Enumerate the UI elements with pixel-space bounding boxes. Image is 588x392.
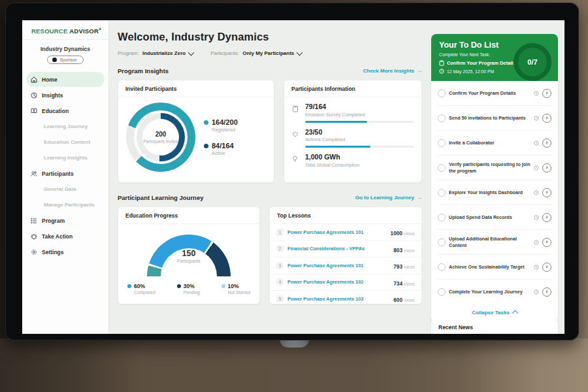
- donut-center-value: 200: [155, 131, 167, 138]
- sidebar-item-manage-participants[interactable]: Manage Participants: [26, 197, 105, 212]
- consumption-row: 1,000 GWh Total Global Consumption: [292, 154, 414, 168]
- task-checkbox[interactable]: [438, 139, 446, 147]
- chevron-right-icon[interactable]: ›: [542, 263, 551, 272]
- sidebar-item-label: General Data: [44, 186, 76, 192]
- lesson-row[interactable]: 4 Power Purchase Agreements 102 734views: [270, 274, 421, 291]
- sidebar-item-label: Learning Insights: [44, 155, 88, 161]
- sidebar-item-settings[interactable]: Settings: [26, 244, 105, 259]
- emission-survey-row: 79/164 Emission Survey Completed: [292, 103, 414, 123]
- task-checkbox[interactable]: [438, 263, 446, 271]
- sponsor-icon: [52, 57, 57, 62]
- learning-journey-title: Participant Learning Journey: [118, 194, 203, 201]
- task-label: Send 50 Invitations to Participants: [449, 115, 531, 121]
- legend-value: 30%: [184, 283, 200, 289]
- sidebar-item-take-action[interactable]: Take Action: [26, 229, 105, 244]
- task-label: Confirm Your Program Details: [449, 90, 531, 96]
- todo-task[interactable]: Send 50 Invitations to Participants ›: [438, 106, 551, 131]
- task-checkbox[interactable]: [438, 90, 446, 97]
- lesson-link[interactable]: Power Purchase Agreements 102: [287, 279, 389, 285]
- rank-badge: 5: [276, 295, 284, 302]
- sidebar-item-education-content[interactable]: Education Content: [26, 135, 105, 150]
- go-to-learning-journey-link[interactable]: Go to Learning Journey →: [355, 195, 422, 201]
- todo-task[interactable]: Invite a Collaborator ›: [438, 131, 551, 155]
- todo-task[interactable]: Confirm Your Program Details ›: [438, 81, 551, 106]
- card-title: Education Progress: [118, 207, 259, 224]
- logo-plus: +: [99, 27, 101, 31]
- legend-dot: [127, 284, 131, 288]
- lesson-link[interactable]: Power Purchase Agreements 103: [287, 296, 389, 302]
- sidebar-item-general-data[interactable]: General Data: [26, 182, 105, 197]
- metric-value: 23/50: [305, 129, 414, 137]
- clock-icon: [534, 165, 539, 171]
- lesson-row[interactable]: 5 Power Purchase Agreements 103 600views: [270, 291, 421, 307]
- task-checkbox[interactable]: [438, 189, 446, 197]
- todo-task[interactable]: Upload Additional Educational Content ›: [438, 230, 551, 255]
- legend-value: 164/200: [212, 118, 238, 126]
- todo-task[interactable]: Verify participants requesting to join t…: [438, 155, 551, 180]
- lesson-row[interactable]: 2 Financial Considerations - VPPAs 803vi…: [270, 241, 421, 258]
- todo-task[interactable]: Upload Spend Data Records ›: [438, 205, 551, 230]
- task-checkbox[interactable]: [438, 214, 446, 221]
- legend-not-started: 10% Not Started: [221, 283, 250, 295]
- participants-icon: [31, 171, 37, 177]
- chevron-right-icon[interactable]: ›: [542, 213, 551, 222]
- program-insights-title: Program Insights: [118, 67, 169, 74]
- todo-progress-value: 0/7: [527, 58, 537, 66]
- sidebar-item-insights[interactable]: Insights: [26, 88, 105, 103]
- rank-badge: 2: [276, 245, 284, 252]
- todo-progress-ring: 0/7: [514, 43, 551, 81]
- right-panel: Your To Do List Complete Your Next Task:…: [431, 20, 558, 334]
- sidebar-item-label: Home: [42, 76, 57, 83]
- task-checkbox[interactable]: [438, 114, 446, 122]
- arrow-right-icon: →: [417, 195, 422, 201]
- sidebar-item-home[interactable]: Home: [26, 72, 105, 87]
- views-count: 803: [393, 247, 402, 253]
- chevron-right-icon[interactable]: ›: [542, 188, 551, 197]
- clipboard-icon: [439, 60, 444, 66]
- lesson-row[interactable]: 3 Power Purchase Agreements 101 793views: [270, 257, 421, 274]
- top-lessons-card: Top Lessons 1 Power Purchase Agreements …: [269, 206, 422, 304]
- chevron-right-icon[interactable]: ›: [542, 163, 551, 172]
- recent-news-card: Recent News: [431, 318, 558, 334]
- sidebar-item-learning-journey[interactable]: Learning Journey: [26, 119, 105, 134]
- views-suffix: views: [404, 248, 415, 253]
- metric-label: Emission Survey Completed: [305, 112, 414, 118]
- lesson-row[interactable]: 1 Power Purchase Agreements 101 1000view…: [270, 224, 421, 241]
- views-count: 734: [393, 280, 402, 287]
- todo-task[interactable]: Explore Your Insights Dashboard ›: [438, 180, 551, 205]
- chevron-right-icon[interactable]: ›: [542, 139, 551, 148]
- rank-badge: 1: [276, 229, 284, 236]
- todo-next-task: Confirm Your Program Details: [447, 60, 515, 66]
- legend-value: 10%: [228, 283, 250, 289]
- chevron-right-icon[interactable]: ›: [542, 114, 551, 123]
- legend-value: 84/164: [212, 142, 234, 150]
- legend-label: Not Started: [228, 290, 250, 295]
- clock-icon: [439, 69, 444, 74]
- sidebar-item-program[interactable]: Program: [26, 213, 105, 228]
- clock-icon: [534, 215, 539, 220]
- sidebar-item-participants[interactable]: Participants: [26, 166, 105, 181]
- task-label: Explore Your Insights Dashboard: [449, 189, 531, 195]
- check-more-insights-link[interactable]: Check More Insights →: [363, 68, 422, 74]
- chevron-right-icon[interactable]: ›: [542, 89, 551, 98]
- chevron-right-icon[interactable]: ›: [542, 287, 551, 297]
- program-select[interactable]: Program: Industrialize Zero: [118, 50, 193, 56]
- legend-label: Registered: [212, 127, 238, 133]
- donut-legend: 164/200 Registered 84/164 Active: [204, 118, 238, 156]
- lesson-link[interactable]: Power Purchase Agreements 101: [287, 229, 387, 235]
- chevron-right-icon[interactable]: ›: [542, 238, 551, 247]
- todo-task[interactable]: Complete Your Learning Journey ›: [438, 280, 551, 304]
- task-checkbox[interactable]: [438, 288, 446, 296]
- lesson-link[interactable]: Financial Considerations - VPPAs: [287, 246, 389, 252]
- gauge-center-label: Participants: [147, 259, 231, 263]
- sidebar-item-education[interactable]: Education: [26, 103, 105, 118]
- task-checkbox[interactable]: [438, 164, 446, 172]
- todo-task[interactable]: Achieve One Sustainability Target ›: [438, 255, 551, 280]
- task-checkbox[interactable]: [438, 238, 446, 246]
- participants-select[interactable]: Participants: Only My Participants: [210, 50, 302, 56]
- app-logo[interactable]: RESOURCE ADVISOR+: [22, 20, 108, 40]
- education-progress-card: Education Progress 150 Participants 60%: [118, 206, 260, 304]
- lesson-link[interactable]: Power Purchase Agreements 101: [287, 263, 389, 269]
- sidebar-item-label: Learning Journey: [44, 123, 88, 129]
- sidebar-item-learning-insights[interactable]: Learning Insights: [26, 150, 105, 165]
